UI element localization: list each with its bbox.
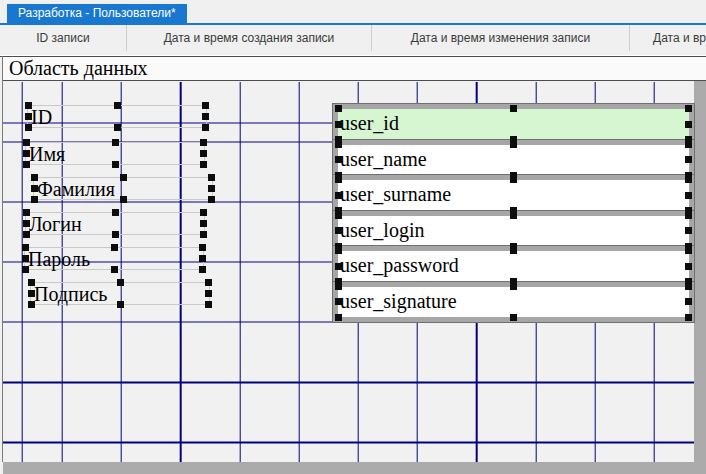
selection-handle[interactable] <box>200 209 207 216</box>
selection-handle[interactable] <box>23 209 30 216</box>
tab-title: Разработка - Пользователи* <box>18 6 176 20</box>
selection-handle[interactable] <box>114 124 121 131</box>
selection-handle[interactable] <box>31 174 38 181</box>
selection-handle[interactable] <box>510 283 517 290</box>
selection-handle[interactable] <box>335 121 342 128</box>
selection-handle[interactable] <box>22 244 29 251</box>
field-user-surname[interactable]: user_surname <box>333 175 694 215</box>
selection-handle[interactable] <box>685 121 692 128</box>
selection-handle[interactable] <box>23 161 30 168</box>
selection-handle[interactable] <box>205 279 212 286</box>
selection-handle[interactable] <box>200 139 207 146</box>
selection-handle[interactable] <box>510 105 517 112</box>
selection-handle[interactable] <box>200 161 207 168</box>
selection-handle[interactable] <box>120 174 127 181</box>
selection-handle[interactable] <box>23 220 30 227</box>
selection-handle[interactable] <box>510 314 517 321</box>
selection-handle[interactable] <box>120 196 127 203</box>
selection-handle[interactable] <box>28 279 35 286</box>
selection-handle[interactable] <box>208 196 215 203</box>
selection-handle[interactable] <box>111 266 118 273</box>
selection-handle[interactable] <box>685 156 692 163</box>
selection-handle[interactable] <box>685 227 692 234</box>
tab-development-users[interactable]: Разработка - Пользователи* <box>7 4 187 23</box>
selection-handle[interactable] <box>199 255 206 262</box>
selection-handle[interactable] <box>31 185 38 192</box>
field-user-login[interactable]: user_login <box>333 211 694 251</box>
selection-handle[interactable] <box>112 139 119 146</box>
selection-handle[interactable] <box>335 283 342 290</box>
selection-handle[interactable] <box>685 247 692 254</box>
selection-handle[interactable] <box>335 176 342 183</box>
selection-handle[interactable] <box>28 301 35 308</box>
label-element-id[interactable]: ID <box>27 105 207 128</box>
selection-handle[interactable] <box>202 113 209 120</box>
selection-handle[interactable] <box>685 263 692 270</box>
selection-handle[interactable] <box>685 192 692 199</box>
selection-handle[interactable] <box>205 290 212 297</box>
selection-handle[interactable] <box>335 141 342 148</box>
column-header-truncated[interactable]: Дата и вре <box>630 25 706 51</box>
selection-handle[interactable] <box>685 283 692 290</box>
selection-handle[interactable] <box>202 102 209 109</box>
selection-handle[interactable] <box>25 102 32 109</box>
selection-handle[interactable] <box>685 141 692 148</box>
selection-handle[interactable] <box>111 244 118 251</box>
selection-handle[interactable] <box>510 176 517 183</box>
selection-handle[interactable] <box>200 220 207 227</box>
field-user-name[interactable]: user_name <box>333 140 694 180</box>
selection-handle[interactable] <box>22 255 29 262</box>
selection-handle[interactable] <box>685 176 692 183</box>
selection-handle[interactable] <box>117 301 124 308</box>
selection-handle[interactable] <box>510 212 517 219</box>
column-header-record-id[interactable]: ID записи <box>0 25 127 51</box>
label-element-signature[interactable]: Подпись <box>30 282 210 305</box>
selection-handle[interactable] <box>685 298 692 305</box>
band-header-data-area[interactable]: Область данных <box>3 57 706 81</box>
selection-handle[interactable] <box>112 209 119 216</box>
selection-handle[interactable] <box>685 212 692 219</box>
selection-handle[interactable] <box>23 139 30 146</box>
label-element-password[interactable]: Пароль <box>24 247 204 270</box>
selection-handle[interactable] <box>685 105 692 112</box>
label-element-login[interactable]: Логин <box>25 212 205 235</box>
selection-handle[interactable] <box>200 150 207 157</box>
selection-handle[interactable] <box>112 161 119 168</box>
selection-handle[interactable] <box>208 174 215 181</box>
selection-handle[interactable] <box>335 298 342 305</box>
selection-handle[interactable] <box>510 141 517 148</box>
selection-handle[interactable] <box>23 231 30 238</box>
selection-handle[interactable] <box>335 105 342 112</box>
selection-handle[interactable] <box>510 247 517 254</box>
selection-handle[interactable] <box>335 263 342 270</box>
selection-handle[interactable] <box>335 247 342 254</box>
selection-handle[interactable] <box>335 212 342 219</box>
field-user-password[interactable]: user_password <box>333 246 694 286</box>
selection-handle[interactable] <box>202 124 209 131</box>
selection-handle[interactable] <box>199 244 206 251</box>
selection-handle[interactable] <box>200 231 207 238</box>
selection-handle[interactable] <box>199 266 206 273</box>
selection-handle[interactable] <box>335 314 342 321</box>
selection-handle[interactable] <box>22 266 29 273</box>
selection-handle[interactable] <box>25 124 32 131</box>
label-element-name[interactable]: Имя <box>25 142 205 165</box>
field-user-signature[interactable]: user_signature <box>333 282 694 322</box>
selection-handle[interactable] <box>205 301 212 308</box>
selection-handle[interactable] <box>335 156 342 163</box>
selection-handle[interactable] <box>117 279 124 286</box>
field-user-id[interactable]: user_id <box>333 104 694 144</box>
label-element-surname[interactable]: Фамилия <box>33 177 213 200</box>
selection-handle[interactable] <box>335 192 342 199</box>
selection-handle[interactable] <box>23 150 30 157</box>
column-header-modification-datetime[interactable]: Дата и время изменения записи <box>372 25 630 51</box>
selection-handle[interactable] <box>31 196 38 203</box>
selection-handle[interactable] <box>208 185 215 192</box>
selection-handle[interactable] <box>112 231 119 238</box>
selection-handle[interactable] <box>28 290 35 297</box>
selection-handle[interactable] <box>685 314 692 321</box>
selection-handle[interactable] <box>335 227 342 234</box>
selection-handle[interactable] <box>25 113 32 120</box>
column-header-creation-datetime[interactable]: Дата и время создания записи <box>127 25 372 51</box>
selection-handle[interactable] <box>114 102 121 109</box>
